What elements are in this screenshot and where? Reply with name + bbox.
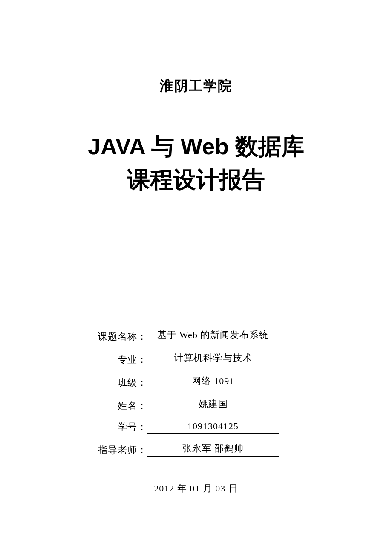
field-class: 班级： 网络 1091 — [92, 375, 392, 389]
field-value: 1091304125 — [147, 421, 279, 434]
field-value: 基于 Web 的新闻发布系统 — [147, 329, 279, 343]
field-label: 班级： — [92, 376, 147, 389]
field-advisor: 指导老师： 张永军 邵鹤帅 — [92, 442, 392, 457]
field-label: 学号： — [92, 421, 147, 434]
main-title: JAVA 与 Web 数据库 课程设计报告 — [0, 130, 392, 197]
cover-page: 淮阴工学院 JAVA 与 Web 数据库 课程设计报告 课题名称： 基于 Web… — [0, 0, 392, 555]
field-label: 指导老师： — [92, 444, 147, 457]
field-value: 计算机科学与技术 — [147, 352, 279, 366]
field-value: 张永军 邵鹤帅 — [147, 442, 279, 457]
field-topic: 课题名称： 基于 Web 的新闻发布系统 — [92, 329, 392, 343]
title-line-1: JAVA 与 Web 数据库 — [0, 130, 392, 163]
field-student-id: 学号： 1091304125 — [92, 421, 392, 434]
field-label: 课题名称： — [92, 330, 147, 343]
date: 2012 年 01 月 03 日 — [0, 482, 392, 495]
field-value: 姚建国 — [147, 398, 279, 412]
info-section: 课题名称： 基于 Web 的新闻发布系统 专业： 计算机科学与技术 班级： 网络… — [0, 329, 392, 457]
field-value: 网络 1091 — [147, 375, 279, 389]
field-major: 专业： 计算机科学与技术 — [92, 352, 392, 366]
field-label: 专业： — [92, 353, 147, 366]
field-name: 姓名： 姚建国 — [92, 398, 392, 412]
title-line-2: 课程设计报告 — [0, 163, 392, 196]
field-label: 姓名： — [92, 399, 147, 412]
institution-name: 淮阴工学院 — [0, 77, 392, 95]
